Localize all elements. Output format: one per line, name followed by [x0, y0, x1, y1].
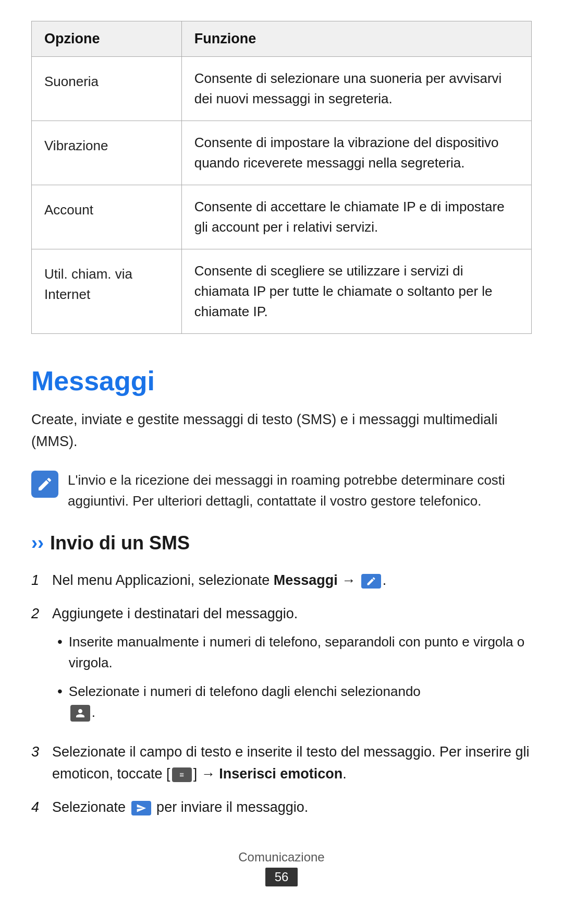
- function-util-chiam: Consente di scegliere se utilizzare i se…: [181, 249, 531, 334]
- list-item: 3 Selezionate il campo di testo e inseri…: [31, 741, 532, 785]
- list-item: 1 Nel menu Applicazioni, selezionate Mes…: [31, 570, 532, 592]
- page-number: 56: [265, 868, 298, 886]
- col-opzione-header: Opzione: [32, 21, 182, 57]
- pencil-note-icon: [36, 476, 53, 493]
- steps-list: 1 Nel menu Applicazioni, selezionate Mes…: [31, 570, 532, 818]
- menu-icon: ≡: [172, 767, 192, 782]
- note-icon: [31, 471, 58, 498]
- compose-icon: [361, 574, 381, 589]
- bullet-text: Inserite manualmente i numeri di telefon…: [69, 631, 532, 674]
- options-table: Opzione Funzione Suoneria Consente di se…: [31, 21, 532, 334]
- function-account: Consente di accettare le chiamate IP e d…: [181, 185, 531, 249]
- step-num-4: 4: [31, 797, 47, 819]
- step-num-3: 3: [31, 741, 47, 763]
- table-row: Account Consente di accettare le chiamat…: [32, 185, 532, 249]
- options-table-section: Opzione Funzione Suoneria Consente di se…: [31, 21, 532, 334]
- step-4-content: Selezionate per inviare il messaggio.: [52, 797, 532, 819]
- bullet-item: Selezionate i numeri di telefono dagli e…: [57, 681, 532, 723]
- section-heading: Messaggi: [31, 365, 532, 397]
- chevron-right-icon: ››: [31, 532, 44, 554]
- function-vibrazione: Consente di impostare la vibrazione del …: [181, 121, 531, 185]
- sub-heading-label: Invio di un SMS: [50, 532, 190, 554]
- note-text: L'invio e la ricezione dei messaggi in r…: [68, 470, 532, 512]
- bullet-text: Selezionate i numeri di telefono dagli e…: [69, 681, 421, 723]
- footer: Comunicazione 56: [31, 850, 532, 886]
- option-suoneria: Suoneria: [32, 57, 182, 121]
- contact-icon: [70, 705, 90, 722]
- bullet-item: Inserite manualmente i numeri di telefon…: [57, 631, 532, 674]
- note-box: L'invio e la ricezione dei messaggi in r…: [31, 470, 532, 512]
- function-suoneria: Consente di selezionare una suoneria per…: [181, 57, 531, 121]
- footer-label: Comunicazione: [31, 850, 532, 865]
- option-util-chiam: Util. chiam. via Internet: [32, 249, 182, 334]
- step-num-2: 2: [31, 603, 47, 625]
- step-2-content: Aggiungete i destinatari del messaggio. …: [52, 603, 532, 730]
- list-item: 4 Selezionate per inviare il messaggio.: [31, 797, 532, 819]
- send-icon: [131, 801, 151, 815]
- col-funzione-header: Funzione: [181, 21, 531, 57]
- option-vibrazione: Vibrazione: [32, 121, 182, 185]
- table-header-row: Opzione Funzione: [32, 21, 532, 57]
- step-1-content: Nel menu Applicazioni, selezionate Messa…: [52, 570, 532, 592]
- option-line2: Internet: [44, 286, 90, 302]
- step-num-1: 1: [31, 570, 47, 592]
- intro-text: Create, inviate e gestite messaggi di te…: [31, 409, 532, 453]
- table-row: Util. chiam. via Internet Consente di sc…: [32, 249, 532, 334]
- bullet-list: Inserite manualmente i numeri di telefon…: [57, 631, 532, 723]
- sub-heading: ›› Invio di un SMS: [31, 532, 532, 554]
- option-account: Account: [32, 185, 182, 249]
- option-line1: Util. chiam. via: [44, 266, 132, 282]
- messaggi-section: Messaggi Create, inviate e gestite messa…: [31, 365, 532, 819]
- list-item: 2 Aggiungete i destinatari del messaggio…: [31, 603, 532, 730]
- step-3-content: Selezionate il campo di testo e inserite…: [52, 741, 532, 785]
- table-row: Vibrazione Consente di impostare la vibr…: [32, 121, 532, 185]
- table-row: Suoneria Consente di selezionare una suo…: [32, 57, 532, 121]
